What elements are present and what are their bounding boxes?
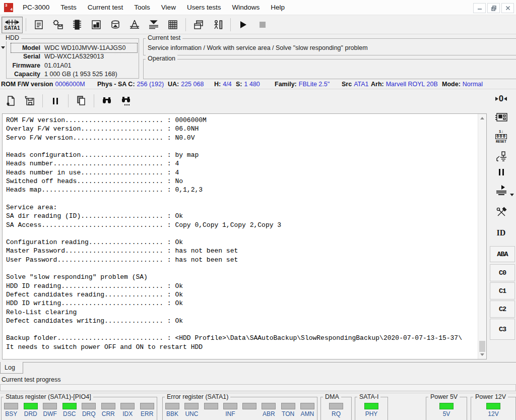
menu-help[interactable]: Help bbox=[265, 4, 290, 11]
led-lamp bbox=[262, 403, 276, 409]
find-next-icon[interactable] bbox=[118, 94, 134, 108]
power5v-group: Power 5V 5V bbox=[426, 397, 467, 420]
find-icon[interactable] bbox=[99, 94, 114, 108]
led-lamp bbox=[300, 403, 314, 409]
log-scrollbar[interactable] bbox=[478, 114, 486, 359]
stop-icon[interactable] bbox=[254, 17, 271, 32]
clear-log-icon[interactable] bbox=[3, 94, 18, 108]
current-test-title: Current test bbox=[146, 34, 182, 41]
tab-strip-line bbox=[23, 362, 516, 363]
led-lamp bbox=[364, 403, 378, 409]
c0-button[interactable]: C0 bbox=[490, 264, 515, 281]
led-lamp bbox=[43, 403, 57, 409]
status-heads: H:4/4 bbox=[214, 81, 232, 88]
minimize-icon[interactable] bbox=[473, 3, 486, 13]
copy-log-icon[interactable] bbox=[74, 94, 89, 108]
c3-button[interactable]: C3 bbox=[490, 319, 515, 340]
table-grid-icon[interactable] bbox=[165, 17, 181, 32]
menu-tests[interactable]: Tests bbox=[55, 4, 82, 11]
tab-log[interactable]: Log bbox=[0, 362, 23, 374]
led-lamp bbox=[101, 403, 115, 409]
led-crr: CRR bbox=[99, 403, 118, 420]
toolbar-separator bbox=[230, 18, 231, 31]
scroll-up-icon[interactable] bbox=[480, 117, 484, 119]
hdd-model-row[interactable]: Model WDC WD10JMVW-11AJGS0 bbox=[11, 43, 137, 52]
tools-icon[interactable] bbox=[489, 206, 513, 218]
scrollbar-thumb[interactable] bbox=[479, 341, 485, 352]
progress-label: Current test progress bbox=[2, 376, 60, 383]
menu-view[interactable]: View bbox=[156, 4, 181, 11]
menu-tools[interactable]: Tools bbox=[128, 4, 156, 11]
status-mode: Mode:Normal bbox=[442, 81, 483, 88]
utility-info-icon[interactable] bbox=[31, 17, 47, 32]
start-tests-dropdown-icon[interactable] bbox=[510, 194, 514, 196]
hdd-panel-title: HDD bbox=[4, 34, 21, 41]
user-exit-icon[interactable] bbox=[210, 17, 226, 32]
led-lamp bbox=[242, 403, 256, 409]
toolbar-separator bbox=[94, 94, 94, 107]
id-button[interactable]: ID bbox=[489, 228, 513, 237]
operation-panel: Operation bbox=[143, 59, 516, 79]
pause-log-icon[interactable] bbox=[48, 94, 63, 108]
current-test-value: Service information / Work with service … bbox=[144, 39, 516, 51]
toolbar-separator bbox=[26, 18, 26, 31]
save-profile-icon[interactable] bbox=[50, 17, 66, 32]
led-lamp bbox=[204, 403, 218, 409]
current-test-panel: Current test Service information / Work … bbox=[143, 38, 516, 55]
close-icon[interactable] bbox=[501, 3, 514, 13]
resources-icon[interactable] bbox=[88, 17, 104, 32]
menu-current-test[interactable]: Current test bbox=[82, 4, 129, 11]
power12v-group: Power 12V 12V bbox=[471, 397, 516, 420]
windows-cascade-icon[interactable] bbox=[190, 17, 207, 32]
led-dsc: DSC bbox=[60, 403, 80, 420]
c1-button[interactable]: C1 bbox=[490, 282, 515, 299]
hdd-capacity-value: 1 000 GB (1 953 525 168) bbox=[44, 71, 137, 78]
hdd-serial-value: WD-WXC1A5329013 bbox=[44, 53, 137, 60]
led-lamp bbox=[140, 403, 154, 409]
status-register-group: Status register (SATA1)-[PIO4] BSY DRD D… bbox=[1, 397, 157, 420]
scroll-down-icon[interactable] bbox=[480, 353, 484, 356]
hdd-firmware-row: Firmware 01.01A01 bbox=[11, 61, 137, 70]
led-lamp bbox=[4, 403, 18, 409]
status-ua: UA:225 068 bbox=[168, 81, 204, 88]
led-lamp bbox=[223, 403, 237, 409]
led-blank2 bbox=[240, 403, 259, 420]
led-bbk: BBK bbox=[163, 403, 182, 420]
menu-pc3000[interactable]: PC-3000 bbox=[17, 4, 55, 11]
reset-icon[interactable]: 1↓ 000 RESET bbox=[489, 130, 513, 144]
led-lamp bbox=[62, 403, 77, 409]
status-phys-sa: Phys - SA C:256 (192) bbox=[97, 81, 164, 88]
switch-icon[interactable] bbox=[489, 151, 513, 164]
error-register-group: Error register (SATA1) BBK UNC INF ABR T… bbox=[162, 397, 317, 420]
power-zero-icon[interactable]: 0 bbox=[489, 94, 513, 104]
led-ton: TON bbox=[279, 403, 298, 420]
tests-compass-icon[interactable] bbox=[126, 17, 143, 32]
filter-icon[interactable] bbox=[146, 17, 162, 32]
pc3000-logo-icon: 34 bbox=[4, 3, 13, 12]
menu-users-tests[interactable]: Users tests bbox=[181, 4, 227, 11]
pause-icon[interactable] bbox=[489, 169, 513, 175]
chip-icon[interactable] bbox=[69, 17, 85, 32]
log-toolbar bbox=[1, 92, 136, 109]
operation-title: Operation bbox=[146, 55, 177, 62]
start-icon[interactable] bbox=[235, 17, 251, 32]
pcb-card-icon[interactable] bbox=[489, 111, 513, 123]
led-lamp bbox=[439, 403, 454, 409]
log-output-area[interactable]: ROM F/W version.........................… bbox=[2, 113, 487, 359]
c2-button[interactable]: C2 bbox=[490, 301, 515, 318]
port-sata1-button[interactable]: SATA1 bbox=[2, 17, 23, 33]
main-toolbar: SATA1 bbox=[0, 16, 516, 34]
save-log-icon[interactable] bbox=[22, 94, 37, 108]
led-lamp bbox=[486, 403, 500, 409]
restore-icon[interactable] bbox=[487, 3, 500, 13]
aba-button[interactable]: ABA bbox=[490, 246, 515, 262]
log-text: ROM F/W version.........................… bbox=[3, 114, 486, 351]
port-dropdown-icon[interactable] bbox=[1, 46, 5, 49]
led-idx: IDX bbox=[118, 403, 138, 420]
menu-windows[interactable]: Windows bbox=[226, 4, 265, 11]
hdd-capacity-row: Capacity 1 000 GB (1 953 525 168) bbox=[11, 70, 137, 79]
database-icon[interactable] bbox=[107, 17, 123, 32]
led-lamp bbox=[24, 403, 38, 409]
hdd-model-value: WDC WD10JMVW-11AJGS0 bbox=[44, 44, 137, 51]
led-lamp bbox=[281, 403, 295, 409]
